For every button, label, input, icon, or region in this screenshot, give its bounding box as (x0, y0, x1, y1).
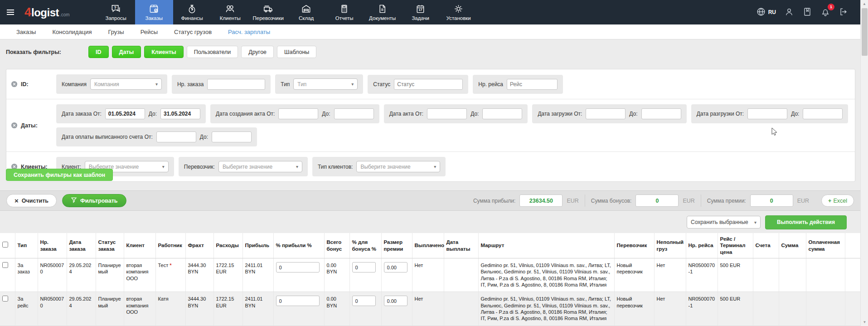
act-creation-date-from-input[interactable] (278, 108, 318, 119)
col-header-carrier[interactable]: Перевозчик (614, 233, 654, 258)
nav-item-settings[interactable]: Установки (440, 0, 478, 24)
chip-users[interactable]: Пользователи (187, 46, 238, 58)
subnav-item-cargo-status[interactable]: Статус грузов (174, 29, 212, 35)
nav-item-warehouse[interactable]: Склад (287, 0, 325, 24)
chip-dates[interactable]: Даты (112, 46, 141, 58)
col-header-client[interactable]: Клиент (124, 233, 155, 258)
help-book-button[interactable] (802, 7, 812, 18)
col-header-paid[interactable]: Выплачено (412, 233, 444, 258)
col-header-type[interactable]: Тип (15, 233, 38, 258)
company-filter-group: Компания Компания ▾ (56, 74, 167, 94)
profit-pct-input[interactable] (276, 296, 320, 306)
subnav-item-cargo[interactable]: Грузы (108, 29, 124, 35)
status-input[interactable] (394, 79, 463, 90)
col-header-paid-amount[interactable]: Оплаченная сумма (806, 233, 845, 258)
unloading-date-from-input[interactable] (747, 108, 787, 119)
nav-item-clients[interactable]: Клиенты (211, 0, 249, 24)
col-header-trip-no[interactable]: Нр. рейса (686, 233, 718, 258)
chip-other[interactable]: Другое (241, 46, 274, 58)
nav-item-carriers[interactable]: Перевозчики (249, 0, 287, 24)
col-header-profit-pct[interactable]: % прибыли % (273, 233, 324, 258)
top-navbar: 4logist.com ? Запросы Заказы Финансы (0, 0, 860, 24)
nav-item-reports[interactable]: Отчеты (325, 0, 364, 24)
package-icon (149, 4, 159, 14)
col-header-pay-date[interactable]: Дата выплаты (444, 233, 478, 258)
loading-date-to-input[interactable] (641, 108, 681, 119)
col-header-route[interactable]: Маршрут (478, 233, 614, 258)
bonus-pct-input[interactable] (352, 296, 376, 306)
nav-item-documents[interactable]: Документы (364, 0, 402, 24)
col-header-order-date[interactable]: Дата заказа (67, 233, 96, 258)
col-header-worker[interactable]: Работник (155, 233, 185, 258)
col-header-partial-load[interactable]: Неполный груз (654, 233, 686, 258)
col-header-bonus-pct[interactable]: % для бонуса % (349, 233, 381, 258)
nav-item-finance[interactable]: Финансы (173, 0, 211, 24)
col-header-status[interactable]: Статус заказа (96, 233, 124, 258)
row-checkbox[interactable] (2, 296, 8, 302)
vertical-scrollbar[interactable]: ▲ ▼ (860, 0, 868, 326)
loading-date-from-input[interactable] (586, 108, 626, 119)
client-type-select[interactable]: Выберите значение ▾ (356, 161, 440, 172)
col-header-order-no[interactable]: Нр. заказа (38, 233, 67, 258)
save-filters-template-button[interactable]: Сохранить фильтры как шаблон (6, 169, 113, 181)
select-all-checkbox[interactable] (2, 242, 8, 248)
act-creation-date-to-input[interactable] (334, 108, 374, 119)
execute-actions-button[interactable]: Выполнить действия (765, 215, 847, 229)
excel-export-button[interactable]: + Excel (821, 195, 854, 207)
col-header-freight[interactable]: Фрахт (185, 233, 213, 258)
col-header-costs[interactable]: Расходы (213, 233, 242, 258)
col-header-invoices[interactable]: Счета (753, 233, 779, 258)
nav-item-orders[interactable]: Заказы (135, 0, 173, 24)
order-number-input[interactable] (207, 79, 265, 90)
act-date-to-input[interactable] (482, 108, 522, 119)
scroll-up-arrow-icon[interactable]: ▲ (861, 0, 868, 8)
col-header-premium[interactable]: Размер премии (381, 233, 412, 258)
scroll-down-arrow-icon[interactable]: ▼ (861, 318, 868, 326)
bonus-pct-input[interactable] (352, 262, 376, 272)
subnav-item-salary-calc[interactable]: Расч. зарплаты (228, 29, 270, 35)
premium-input[interactable] (384, 296, 407, 306)
nav-item-tasks[interactable]: 17 Задачи (402, 0, 440, 24)
warehouse-icon (301, 4, 311, 14)
company-select[interactable]: Компания ▾ (90, 78, 162, 90)
close-id-filter-icon[interactable] (11, 81, 18, 88)
chip-id[interactable]: ID (88, 46, 109, 58)
premium-input[interactable] (384, 262, 407, 272)
col-header-amount[interactable]: Сумма (779, 233, 806, 258)
clear-button[interactable]: × Очистить (6, 194, 57, 207)
col-header-profit[interactable]: Прибыль (242, 233, 273, 258)
type-select[interactable]: Тип ▾ (293, 78, 358, 90)
col-header-trip-price[interactable]: Рейс / Терминал цена (718, 233, 753, 258)
trip-number-input[interactable] (507, 79, 558, 90)
chip-clients[interactable]: Клиенты (144, 46, 184, 58)
order-date-to-input[interactable] (160, 108, 200, 119)
profile-button[interactable] (784, 7, 794, 18)
hamburger-menu-icon[interactable] (0, 7, 21, 18)
language-switcher[interactable]: RU (756, 7, 776, 18)
table-row: За рейс NR0500070 29.05.2024 Планируемый… (0, 292, 860, 326)
invoice-payment-date-from-input[interactable] (156, 131, 196, 142)
logout-button[interactable] (839, 7, 849, 18)
status-filter-group: Статус (368, 75, 468, 94)
act-date-from-input[interactable] (427, 108, 467, 119)
nav-item-label: Клиенты (220, 15, 241, 21)
profit-pct-input[interactable] (276, 262, 320, 272)
scrollbar-thumb[interactable] (862, 8, 868, 56)
col-header-total-bonus[interactable]: Всего бонус (324, 233, 349, 258)
filter-button[interactable]: Фильтровать (62, 194, 126, 207)
row-checkbox[interactable] (2, 262, 8, 268)
subnav-item-trips[interactable]: Рейсы (141, 29, 158, 35)
order-date-group: Дата заказа От: До: (56, 104, 206, 123)
order-date-from-input[interactable] (105, 108, 145, 119)
logo[interactable]: 4logist.com (24, 5, 70, 19)
unloading-date-to-input[interactable] (803, 108, 843, 119)
notifications-button[interactable]: 1 (820, 7, 830, 18)
subnav-item-orders[interactable]: Заказы (16, 29, 36, 35)
nav-item-requests[interactable]: ? Запросы (97, 0, 135, 24)
carrier-select[interactable]: Выберите значение ▾ (218, 161, 302, 172)
close-dates-filter-icon[interactable] (11, 122, 18, 129)
subnav-item-consolidation[interactable]: Консолидация (52, 29, 92, 35)
invoice-payment-date-to-input[interactable] (212, 131, 252, 142)
chip-templates[interactable]: Шаблоны (277, 46, 316, 58)
bulk-action-select[interactable]: Сохранить выбранные ▾ (687, 216, 761, 229)
